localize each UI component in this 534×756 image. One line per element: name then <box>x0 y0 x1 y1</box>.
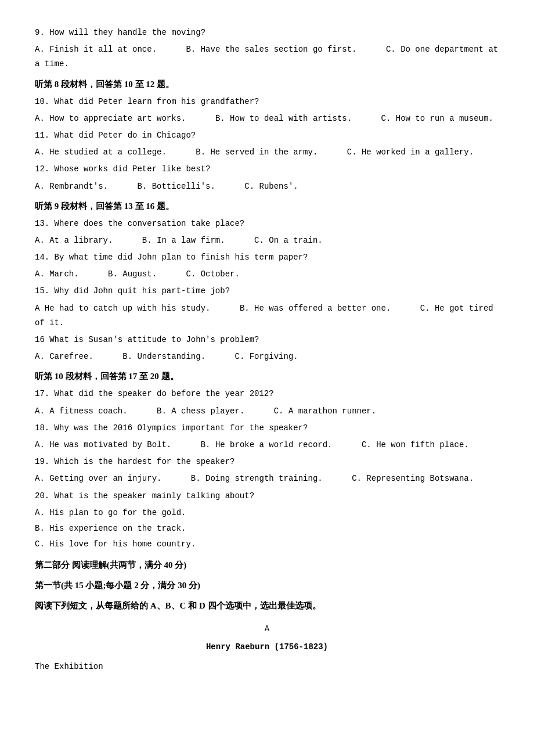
q10-optionB: B. How to deal with artists. <box>215 114 352 123</box>
q15-options: A He had to catch up with his study. B. … <box>35 301 499 330</box>
question-17: 17. What did the speaker do before the y… <box>35 387 499 401</box>
q11-optionC: C. He worked in a gallery. <box>347 147 474 157</box>
part2-header: 第二部分 阅读理解(共两节，满分 40 分) <box>35 557 499 573</box>
q10-optionA: A. How to appreciate art works. <box>35 114 186 123</box>
q16-optionA: A. Carefree. <box>35 352 93 361</box>
q12-options: A. Rembrandt's. B. Botticelli's. C. Rube… <box>35 179 499 194</box>
q18-options: A. He was motivated by Bolt. B. He broke… <box>35 438 499 452</box>
passage-a-label: A <box>35 622 499 636</box>
section-10-header: 听第 10 段材料，回答第 17 至 20 题。 <box>35 369 499 384</box>
q16-optionB: B. Understanding. <box>122 352 205 361</box>
question-14: 14. By what time did John plan to finish… <box>35 250 499 265</box>
q13-optionB: B. In a law firm. <box>142 236 225 245</box>
q13-options: A. At a library. B. In a law firm. C. On… <box>35 233 499 248</box>
q14-options: A. March. B. August. C. October. <box>35 267 499 282</box>
q18-optionC: C. He won fifth place. <box>362 440 469 449</box>
section-9-header: 听第 9 段材料，回答第 13 至 16 题。 <box>35 199 499 214</box>
question-20: 20. What is the speaker mainly talking a… <box>35 489 499 503</box>
q14-optionA: A. March. <box>35 269 79 279</box>
q19-options: A. Getting over an injury. B. Doing stre… <box>35 471 499 486</box>
q16-options: A. Carefree. B. Understanding. C. Forgiv… <box>35 350 499 364</box>
q18-optionA: A. He was motivated by Bolt. <box>35 440 171 449</box>
question-13: 13. Where does the conversation take pla… <box>35 217 499 231</box>
q17-optionB: B. A chess player. <box>157 406 244 416</box>
q12-optionC: C. Rubens'. <box>244 182 298 191</box>
q14-optionC: C. October. <box>186 269 239 279</box>
q20-optionC: C. His love for his home country. <box>35 537 499 552</box>
q18-optionB: B. He broke a world record. <box>201 440 333 449</box>
q16-optionC: C. Forgiving. <box>235 352 298 361</box>
q20-optionB: B. His experience on the track. <box>35 521 499 536</box>
q10-options: A. How to appreciate art works. B. How t… <box>35 111 499 126</box>
q12-optionB: B. Botticelli's. <box>137 182 215 191</box>
q14-optionB: B. August. <box>108 269 157 279</box>
q11-optionA: A. He studied at a college. <box>35 147 167 157</box>
question-12: 12. Whose works did Peter like best? <box>35 162 499 177</box>
q15-optionB: B. He was offered a better one. <box>240 304 391 313</box>
q9-option-a-b-c: A. Finish it all at once. B. Have the sa… <box>35 42 499 71</box>
passage-a-title: Henry Raeburn (1756-1823) <box>35 640 499 654</box>
question-10: 10. What did Peter learn from his grandf… <box>35 95 499 109</box>
q9-optionA: A. Finish it all at once. <box>35 45 157 54</box>
section1-header: 第一节(共 15 小题;每小题 2 分，满分 30 分) <box>35 578 499 593</box>
reading-instruction: 阅读下列短文，从每题所给的 A、B、C 和 D 四个选项中，选出最佳选项。 <box>35 598 499 614</box>
q13-optionA: A. At a library. <box>35 236 113 245</box>
q20-optionA: A. His plan to go for the gold. <box>35 506 499 520</box>
section-8-header: 听第 8 段材料，回答第 10 至 12 题。 <box>35 77 499 92</box>
q19-optionC: C. Representing Botswana. <box>352 474 474 483</box>
q12-optionA: A. Rembrandt's. <box>35 182 108 191</box>
question-11: 11. What did Peter do in Chicago? <box>35 128 499 143</box>
q19-optionB: B. Doing strength training. <box>191 474 323 483</box>
question-16: 16 What is Susan's attitude to John's pr… <box>35 333 499 347</box>
question-15: 15. Why did John quit his part-time job? <box>35 284 499 298</box>
question-18: 18. Why was the 2016 Olympics important … <box>35 421 499 435</box>
question-9: 9. How will they handle the moving? <box>35 26 499 40</box>
q17-options: A. A fitness coach. B. A chess player. C… <box>35 404 499 419</box>
q11-optionB: B. He served in the army. <box>196 147 317 157</box>
passage-a-subtitle: The Exhibition <box>35 660 499 674</box>
q11-options: A. He studied at a college. B. He served… <box>35 145 499 160</box>
q15-optionA: A He had to catch up with his study. <box>35 304 210 313</box>
q10-optionC: C. How to run a museum. <box>381 114 493 123</box>
q9-optionB: B. Have the sales section go first. <box>186 45 356 54</box>
q19-optionA: A. Getting over an injury. <box>35 474 161 483</box>
q17-optionA: A. A fitness coach. <box>35 406 128 416</box>
question-19: 19. Which is the hardest for the speaker… <box>35 455 499 469</box>
q17-optionC: C. A marathon runner. <box>274 406 376 416</box>
q13-optionC: C. On a train. <box>254 236 323 245</box>
